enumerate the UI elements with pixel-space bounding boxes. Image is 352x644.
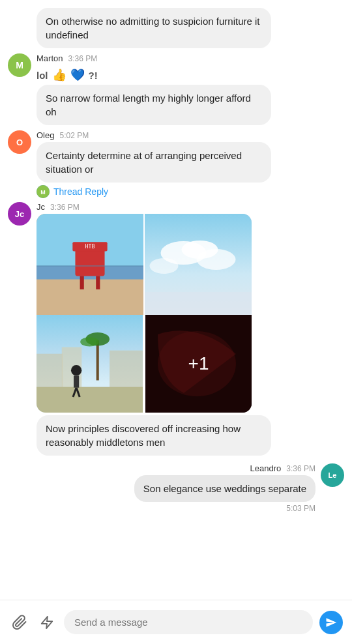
message-bubble: On otherwise no admitting to suspicion f…	[37, 8, 271, 48]
svg-rect-24	[37, 387, 143, 413]
attachment-icon[interactable]	[9, 612, 30, 633]
svg-text:HTB: HTB	[85, 243, 95, 250]
timestamp-right: 5:03 PM	[286, 504, 315, 513]
avatar: O	[8, 130, 31, 154]
svg-rect-26	[74, 375, 79, 387]
sender-info: Marton 3:36 PM	[37, 53, 271, 63]
thread-reply-avatar: M	[37, 185, 50, 198]
thread-reply-row[interactable]: M Thread Reply	[37, 185, 352, 198]
message-bubble-right: Son elegance use weddings separate	[134, 475, 315, 502]
message-row: M Marton 3:36 PM lol 👍 💙 ?! So narrow fo…	[0, 53, 352, 125]
bubble-group-right: Leandro 3:36 PM Son elegance use wedding…	[134, 463, 315, 513]
sender-info: Jc 3:36 PM	[37, 202, 271, 212]
svg-point-14	[197, 249, 236, 270]
avatar: Jc	[8, 202, 31, 226]
send-button[interactable]	[319, 611, 343, 634]
chat-area: On otherwise no admitting to suspicion f…	[0, 0, 352, 600]
bubble-group: Marton 3:36 PM lol 👍 💙 ?! So narrow form…	[37, 53, 271, 125]
svg-point-15	[150, 258, 179, 274]
reaction-lol: lol	[37, 70, 48, 81]
message-row: Jc Jc 3:36 PM	[0, 202, 352, 456]
avatar: M	[8, 53, 31, 77]
sky-image	[145, 214, 252, 315]
image-grid[interactable]: HTB	[37, 214, 252, 413]
bubble-group: Jc 3:36 PM	[37, 202, 271, 456]
sender-name: Marton	[37, 53, 63, 63]
svg-point-23	[80, 337, 99, 346]
sender-name: Jc	[37, 202, 45, 212]
sender-info: Oleg 5:02 PM	[37, 130, 271, 140]
image-grid-bottom: +1	[37, 315, 252, 413]
message-row: O Oleg 5:02 PM Certainty determine at of…	[0, 130, 352, 183]
avatar: Le	[321, 463, 344, 487]
skate-image	[37, 315, 143, 413]
message-bubble: Now principles discovered off increasing…	[37, 415, 271, 456]
message-bubble: So narrow formal length my highly longer…	[37, 85, 271, 125]
input-bar	[0, 600, 352, 644]
message-row-right: Le Leandro 3:36 PM Son elegance use wedd…	[0, 463, 352, 513]
plus-one-image: +1	[145, 315, 252, 413]
sender-name: Leandro	[250, 463, 282, 473]
svg-rect-16	[145, 292, 252, 315]
beach-image: HTB	[37, 214, 143, 315]
timestamp: 3:36 PM	[50, 203, 80, 212]
svg-point-25	[71, 365, 81, 375]
message-row: On otherwise no admitting to suspicion f…	[0, 8, 352, 48]
svg-text:M: M	[40, 189, 46, 196]
lightning-icon[interactable]	[37, 612, 57, 633]
reaction-thumbs[interactable]: 👍	[52, 68, 66, 82]
sender-info: Leandro 3:36 PM	[250, 463, 315, 473]
reaction-question: ?!	[89, 70, 98, 81]
reaction-heart[interactable]: 💙	[70, 68, 85, 82]
bubble-group: On otherwise no admitting to suspicion f…	[37, 8, 271, 48]
bubble-group: Oleg 5:02 PM Certainty determine at of a…	[37, 130, 271, 183]
svg-marker-31	[42, 616, 53, 628]
plus-one-label: +1	[188, 353, 209, 374]
svg-rect-8	[80, 276, 84, 289]
timestamp: 3:36 PM	[68, 54, 97, 63]
svg-rect-21	[96, 340, 99, 380]
message-bubble: Certainty determine at of arranging perc…	[37, 142, 271, 183]
reactions: lol 👍 💙 ?!	[37, 68, 271, 82]
timestamp: 3:36 PM	[286, 464, 315, 473]
sender-name: Oleg	[37, 130, 54, 140]
image-grid-top: HTB	[37, 214, 252, 315]
thread-reply-label[interactable]: Thread Reply	[53, 186, 108, 197]
timestamp: 5:02 PM	[59, 131, 89, 140]
svg-rect-9	[96, 276, 100, 289]
message-input[interactable]	[64, 610, 313, 634]
